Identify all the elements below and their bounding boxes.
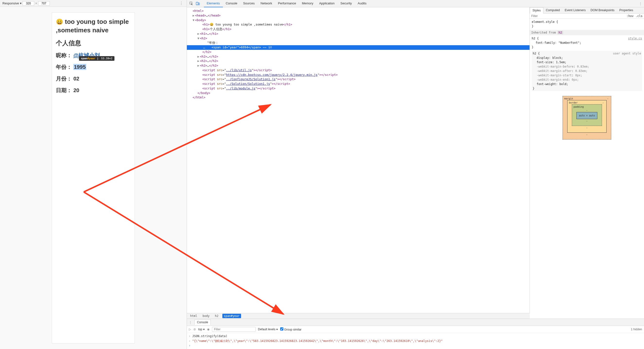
console-header: ⋮ Console [187,319,644,326]
nickname-label: 昵称： [56,52,72,58]
device-preview-pane: Responsive ▾ × ⋮ 😄 too young too simple … [0,0,187,349]
styles-tab-styles[interactable]: Styles [530,7,544,14]
hov-toggle[interactable]: :hov [626,14,634,18]
console-context-select[interactable]: top ▾ [198,328,204,331]
tooltip-tag: span [81,57,88,60]
styles-tab-props[interactable]: Properties [617,7,636,13]
section-heading: 个人信息 [56,39,131,48]
cls-toggle[interactable]: .cls [636,14,642,18]
console-clear-icon[interactable]: ⊘ [194,328,196,331]
more-options-icon[interactable]: ⋮ [178,1,184,6]
chevron-down-icon: ▾ [20,2,22,5]
ua-prop: display: block; [533,56,641,60]
emoji-smile-icon: 😄 [56,18,63,25]
year-row: span#year | 53.39×2 年份： 1995 [56,64,131,71]
device-toggle-icon[interactable] [195,1,200,6]
styles-tab-computed[interactable]: Computed [544,7,562,13]
page-viewport: 😄 too young too simple ,sometimes naive … [52,13,135,343]
console-run-icon[interactable]: ▷ [189,328,191,331]
year-value: 1995 [74,64,86,70]
devtools-tabs: Elements Console Sources Network Perform… [204,0,370,7]
inspect-tooltip: span#year | 53.39×2 [79,56,114,61]
svg-rect-2 [198,3,200,5]
tab-memory[interactable]: Memory [299,0,316,7]
console-input-line: JSON.stringify(data) [189,334,642,338]
console-eye-icon[interactable]: ◉ [207,328,210,331]
devtools-menu-icon[interactable]: ⋮ [639,2,642,5]
ua-prop: font-weight: bold; [533,82,641,86]
dimension-separator: × [35,2,37,5]
devtools-pane: Elements Console Sources Network Perform… [187,0,644,349]
console-levels-select[interactable]: Default levels ▾ [258,328,278,331]
user-agent-label: user agent style [613,51,641,56]
styles-pane: Styles Computed Event Listeners DOM Brea… [530,7,644,318]
ua-prop: -webkit-margin-start: 0px; [533,73,641,78]
group-similar-checkbox[interactable]: Group similar [280,327,302,331]
tab-network[interactable]: Network [258,0,275,7]
tab-performance[interactable]: Performance [275,0,299,7]
tab-security[interactable]: Security [338,0,355,7]
devtools-topbar: Elements Console Sources Network Perform… [187,0,644,7]
styles-rules[interactable]: element.style {} Inherited from h2 style… [530,19,644,318]
elements-row: <html> ▶<head>…</head> ▼<body> <h1>😄 too… [187,7,644,318]
year-label: 年份： [56,64,72,70]
styles-tab-dombp[interactable]: DOM Breakpoints [588,7,617,13]
device-toolbar: Responsive ▾ × ⋮ [0,0,187,7]
month-value: 02 [74,76,79,82]
tooltip-separator: | [97,57,99,60]
ellipsis-icon: … [202,46,206,49]
dom-tree[interactable]: <html> ▶<head>…</head> ▼<body> <h1>😄 too… [187,7,530,313]
dom-h1-text: 😄 too young too simple ,sometimes naive [210,22,283,26]
styles-filter-input[interactable] [531,14,624,18]
responsive-label: Responsive [2,2,19,5]
day-label: 日期： [56,87,72,93]
title-text: too young too simple ,sometimes naive [56,18,129,34]
box-model-diagram: margin- border- padding- auto × auto - -… [562,96,611,140]
inspect-element-icon[interactable] [189,1,194,6]
crumb-body[interactable]: body [201,314,211,318]
ua-prop: font-size: 1.5em; [533,60,641,64]
styles-tab-listeners[interactable]: Event Listeners [562,7,588,13]
ua-prop: -webkit-margin-before: 0.83em; [533,64,641,69]
hidden-count[interactable]: 1 hidden [631,328,642,331]
viewport-width-input[interactable] [22,1,34,6]
inherited-from-bar: Inherited from h2 [530,30,644,35]
dom-selected-node[interactable]: … <span id="year">6994</span> == $0 [187,45,530,50]
dom-breadcrumb: html body h2 span#year [187,313,530,318]
console-drawer: ⋮ Console ▷ ⊘ top ▾ ◉ Default levels ▾ G… [187,318,644,349]
responsive-mode-dropdown[interactable]: Responsive ▾ [2,2,22,5]
crumb-selected[interactable]: span#year [222,314,241,318]
ua-prop: -webkit-margin-end: 0px; [533,78,641,82]
ua-prop: -webkit-margin-after: 0.83em; [533,69,641,73]
tab-audits[interactable]: Audits [355,0,370,7]
tab-application[interactable]: Application [316,0,338,7]
dom-year-text-prefix: "年份： [207,41,219,44]
page-title: 😄 too young too simple ,sometimes naive [56,18,131,34]
styles-tabs: Styles Computed Event Listeners DOM Brea… [530,7,644,14]
day-row: 日期： 20 [56,87,131,94]
crumb-h2[interactable]: h2 [213,314,220,318]
console-filter-input[interactable] [212,327,256,332]
tab-elements[interactable]: Elements [204,0,223,7]
console-output[interactable]: JSON.stringify(data) "{\"name\":\"@杭城小刘\… [187,333,644,349]
tab-sources[interactable]: Sources [240,0,258,7]
viewport-wrapper: 😄 too young too simple ,sometimes naive … [0,7,187,349]
console-output-line: "{\"name\":\"@杭城小刘\",\"year\":\"583.1415… [189,339,642,344]
console-menu-icon[interactable]: ⋮ [189,320,192,324]
crumb-html[interactable]: html [189,314,199,318]
console-tab[interactable]: Console [194,320,211,325]
viewport-height-input[interactable] [38,1,50,6]
tab-console[interactable]: Console [223,0,240,7]
console-prompt[interactable] [189,344,642,348]
inherited-tag[interactable]: h2 [558,31,563,34]
rule-source-link[interactable]: style.cs [628,36,642,40]
month-label: 月份： [56,76,72,82]
tooltip-dims: 53.39×2 [101,57,112,60]
tooltip-id: #year [87,57,95,60]
month-row: 月份： 02 [56,75,131,82]
element-style-selector: element.style { [532,20,558,24]
styles-filter-bar: :hov .cls [530,14,644,19]
dom-h1b-text: 个人信息 [210,27,222,31]
svg-rect-1 [196,2,198,5]
box-content: auto × auto [576,112,597,119]
